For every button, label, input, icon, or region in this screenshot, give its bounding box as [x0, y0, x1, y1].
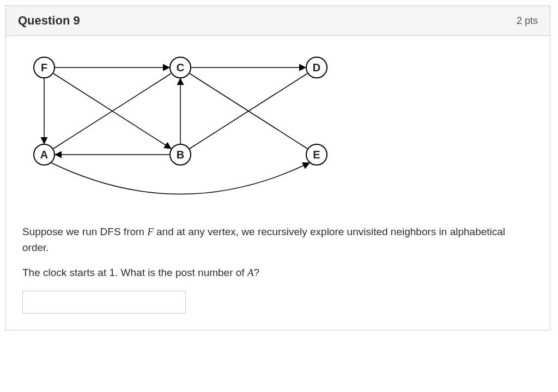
math-var-a: A — [247, 267, 254, 278]
node-d-label: D — [313, 62, 320, 74]
answer-input[interactable] — [22, 291, 186, 314]
question-card: Question 9 2 pts — [5, 5, 550, 330]
node-e: E — [306, 144, 327, 166]
node-c: C — [169, 57, 191, 78]
node-c-label: C — [177, 62, 184, 74]
question-points: 2 pts — [517, 15, 538, 27]
question-text-line-1: Suppose we run DFS from F and at any ver… — [22, 224, 533, 255]
node-f: F — [33, 57, 55, 78]
node-b: B — [169, 144, 191, 166]
node-b-label: B — [177, 149, 184, 161]
math-var-f: F — [147, 226, 154, 237]
question-title: Question 9 — [18, 14, 80, 28]
question-text-line-2: The clock starts at 1. What is the post … — [22, 265, 533, 281]
graph-diagram: F C D A B E — [22, 46, 371, 220]
question-text: Suppose we run DFS from F and at any ver… — [22, 224, 533, 281]
node-e-label: E — [313, 149, 320, 161]
text-fragment: The clock starts at 1. What is the post … — [22, 267, 247, 278]
question-header: Question 9 2 pts — [6, 6, 550, 36]
node-d: D — [306, 57, 327, 78]
question-body: F C D A B E Suppose we run DFS from F an… — [6, 36, 550, 330]
node-a: A — [33, 144, 55, 166]
text-fragment: Suppose we run DFS from — [22, 226, 147, 237]
edge-a-e — [51, 163, 310, 194]
node-a-label: A — [40, 149, 48, 161]
text-fragment: ? — [254, 267, 260, 278]
node-f-label: F — [41, 62, 47, 74]
